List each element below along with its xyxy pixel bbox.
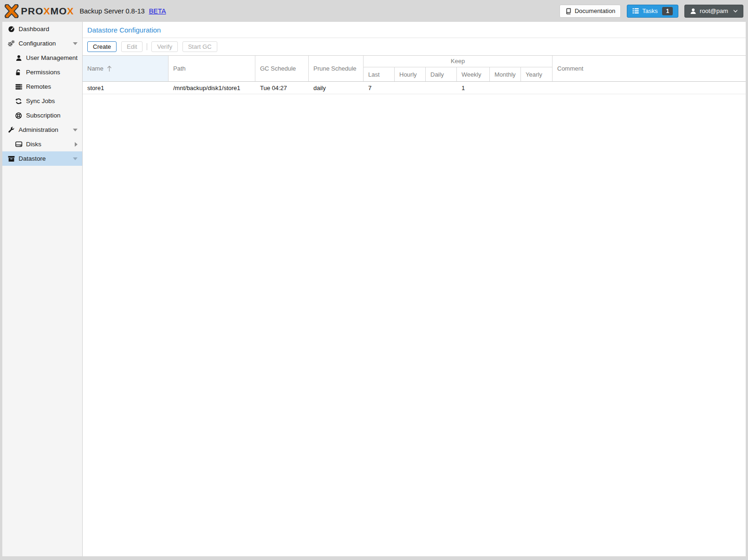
table-empty-area — [83, 94, 746, 556]
sidebar-item-label: Remotes — [26, 83, 51, 90]
documentation-button[interactable]: Documentation — [559, 5, 621, 18]
sidebar-item-subscription[interactable]: Subscription — [2, 108, 82, 123]
cell-keep-last: 7 — [364, 82, 395, 94]
column-header-keep-hourly[interactable]: Hourly — [395, 67, 426, 81]
sidebar-item-configuration[interactable]: Configuration — [2, 36, 82, 51]
page-title: Datastore Configuration — [87, 26, 741, 34]
column-header-prune-schedule[interactable]: Prune Schedule — [309, 56, 364, 81]
tasks-label: Tasks — [642, 7, 657, 14]
proxmox-wordmark: PROXMOX — [21, 6, 74, 16]
sidebar-item-label: Sync Jobs — [26, 98, 55, 104]
sidebar-item-label: Datastore — [19, 155, 46, 162]
column-header-name-label: Name — [87, 65, 104, 72]
product-name: Backup Server 0.8-13 — [79, 7, 144, 15]
main-panel: Datastore Configuration Create Edit Veri… — [83, 22, 746, 556]
datastore-table: Name Path GC Schedule Pru — [83, 55, 746, 556]
tasks-count-badge: 1 — [662, 7, 673, 15]
cell-keep-daily — [426, 82, 457, 94]
tasks-button[interactable]: Tasks 1 — [627, 5, 678, 18]
create-button[interactable]: Create — [87, 41, 117, 52]
hdd-icon — [15, 141, 22, 147]
column-header-keep-weekly[interactable]: Weekly — [457, 67, 490, 81]
cell-comment — [553, 82, 746, 94]
sidebar-item-label: Configuration — [19, 40, 56, 47]
documentation-label: Documentation — [575, 7, 615, 14]
chevron-down-icon[interactable] — [73, 157, 78, 160]
sidebar-item-sync-jobs[interactable]: Sync Jobs — [2, 94, 82, 108]
sidebar-item-disks[interactable]: Disks — [2, 137, 82, 151]
toolbar: Create Edit Verify Start GC — [83, 38, 746, 55]
sidebar-item-user-management[interactable]: User Management — [2, 51, 82, 65]
column-header-keep-last[interactable]: Last — [364, 67, 395, 81]
verify-button[interactable]: Verify — [151, 41, 178, 52]
chevron-down-icon — [733, 9, 738, 13]
column-group-keep: Keep Last Hourly Daily Weekly Monthly Ye… — [364, 56, 553, 81]
sidebar-item-label: Administration — [19, 126, 59, 133]
cell-keep-weekly: 1 — [457, 82, 490, 94]
sidebar-item-dashboard[interactable]: Dashboard — [2, 22, 82, 36]
user-menu-button[interactable]: root@pam — [684, 5, 743, 18]
unlock-icon — [15, 69, 22, 76]
dashboard-icon — [7, 26, 15, 33]
cell-keep-monthly — [490, 82, 521, 94]
proxmox-x-icon — [5, 4, 19, 18]
sidebar-item-label: Subscription — [26, 112, 60, 119]
sidebar-item-label: Disks — [26, 141, 41, 148]
sync-icon — [15, 98, 22, 104]
column-header-keep: Keep — [364, 56, 552, 67]
user-menu-label: root@pam — [700, 7, 728, 14]
topbar: PROXMOX Backup Server 0.8-13 BETA Docume… — [0, 0, 748, 22]
list-icon — [632, 8, 639, 14]
wrench-icon — [7, 127, 15, 133]
proxmox-logo: PROXMOX — [5, 4, 74, 18]
server-icon — [15, 84, 22, 90]
book-icon — [565, 8, 572, 14]
column-header-keep-daily[interactable]: Daily — [426, 67, 457, 81]
cell-keep-hourly — [395, 82, 426, 94]
sidebar-item-label: Permissions — [26, 69, 60, 76]
sort-ascending-icon — [107, 65, 112, 72]
beta-link[interactable]: BETA — [149, 7, 166, 15]
edit-button[interactable]: Edit — [121, 41, 143, 52]
cell-path: /mnt/backup/disk1/store1 — [169, 82, 255, 94]
column-header-keep-monthly[interactable]: Monthly — [490, 67, 521, 81]
user-icon — [15, 55, 22, 61]
chevron-right-icon[interactable] — [75, 142, 78, 147]
cell-name: store1 — [83, 82, 169, 94]
start-gc-button[interactable]: Start GC — [182, 41, 217, 52]
sidebar-item-label: Dashboard — [19, 26, 49, 33]
column-header-path[interactable]: Path — [169, 56, 255, 81]
chevron-down-icon[interactable] — [73, 42, 78, 45]
sidebar-item-label: User Management — [26, 54, 78, 61]
column-header-comment[interactable]: Comment — [553, 56, 746, 81]
table-header: Name Path GC Schedule Pru — [83, 55, 746, 82]
table-row[interactable]: store1 /mnt/backup/disk1/store1 Tue 04:2… — [83, 82, 746, 94]
sidebar-item-permissions[interactable]: Permissions — [2, 65, 82, 79]
screen: PROXMOX Backup Server 0.8-13 BETA Docume… — [0, 0, 748, 560]
toolbar-separator — [147, 43, 147, 50]
column-header-gc-schedule[interactable]: GC Schedule — [255, 56, 309, 81]
chevron-down-icon[interactable] — [73, 129, 78, 131]
cell-gc-schedule: Tue 04:27 — [255, 82, 309, 94]
user-icon — [690, 8, 696, 14]
sidebar: Dashboard Configuration — [2, 22, 83, 556]
column-header-name[interactable]: Name — [83, 56, 169, 81]
column-header-keep-yearly[interactable]: Yearly — [521, 67, 553, 81]
gears-icon — [7, 40, 15, 47]
cell-prune-schedule: daily — [309, 82, 364, 94]
lifering-icon — [15, 112, 22, 119]
sidebar-item-remotes[interactable]: Remotes — [2, 79, 82, 94]
sidebar-item-administration[interactable]: Administration — [2, 123, 82, 137]
title-bar: Datastore Configuration — [83, 22, 746, 38]
sidebar-item-datastore[interactable]: Datastore — [2, 151, 82, 166]
archive-icon — [7, 156, 15, 162]
cell-keep-yearly — [521, 82, 553, 94]
